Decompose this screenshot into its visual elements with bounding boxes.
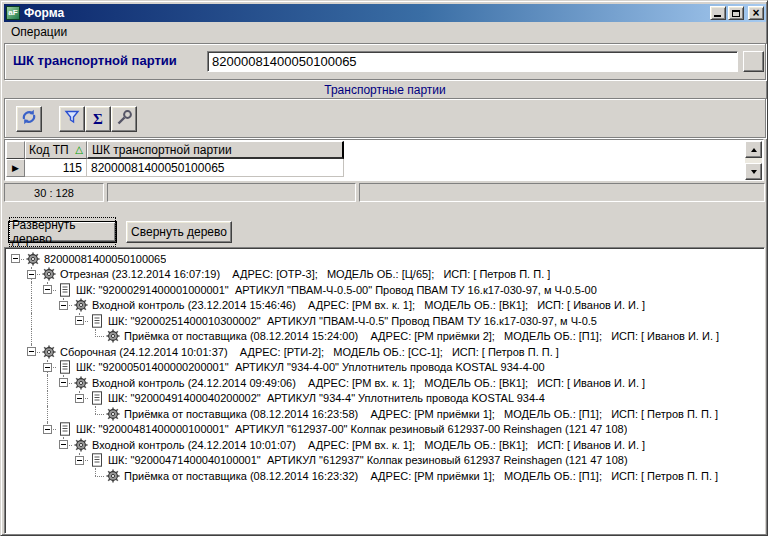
tree-node[interactable]: ШК: "92000501400000200001" АРТИКУЛ "934-…	[8, 360, 764, 376]
barcode-extra-button[interactable]	[743, 51, 764, 72]
tree-expand-box[interactable]	[75, 394, 84, 403]
arrow-down-icon	[751, 170, 757, 174]
tree-indent	[8, 282, 24, 298]
tree-node-label: ШК: "92000481400000100001" АРТИКУЛ "6129…	[74, 423, 627, 435]
tree-expand-box[interactable]	[43, 425, 52, 434]
tree-indent	[56, 313, 72, 329]
expand-tree-button-label: Развернуть дерево	[10, 218, 115, 246]
document-icon	[56, 422, 74, 438]
expand-tree-button[interactable]: Развернуть дерево	[8, 221, 117, 243]
tree-node-label: Входной контроль (23.12.2014 15:46:46) А…	[90, 299, 645, 311]
tree-indent	[8, 313, 24, 329]
tree-node[interactable]: ШК: "92000251400010300002" АРТИКУЛ "ПВАМ…	[8, 313, 764, 329]
parties-tree: 82000081400050100065Отрезная (23.12.2014…	[4, 247, 765, 534]
tree-node[interactable]: Приёмка от поставщика (08.12.2014 16:23:…	[8, 406, 764, 422]
tree-node[interactable]: Отрезная (23.12.2014 16:07:19) АДРЕС: [О…	[8, 267, 764, 283]
titlebar[interactable]: aF Форма ×	[4, 4, 766, 22]
grid-cell-kod[interactable]: 115	[25, 159, 87, 177]
tree-connector	[56, 375, 72, 391]
tree-expand-box[interactable]	[59, 301, 68, 310]
status-record-counter: 30 : 128	[4, 183, 104, 202]
tree-expand-box[interactable]	[75, 316, 84, 325]
tree-node[interactable]: Приёмка от поставщика (08.12.2014 16:23:…	[8, 468, 764, 484]
parties-grid: Код ТП △ ШК транспортной партии ▶ 115 82…	[4, 139, 764, 181]
grid-vertical-scrollbar[interactable]	[745, 141, 762, 180]
minimize-icon	[714, 15, 721, 17]
settings-icon	[116, 109, 133, 130]
tree-indent	[56, 391, 72, 407]
tree-indent	[40, 313, 56, 329]
gear-icon	[104, 468, 122, 484]
tree-connector	[40, 282, 56, 298]
tree-expand-box[interactable]	[59, 440, 68, 449]
tree-node-label: ШК: "92000251400010300002" АРТИКУЛ "ПВАМ…	[106, 315, 597, 327]
document-icon	[56, 360, 74, 376]
tree-connector	[88, 468, 104, 484]
close-button[interactable]: ×	[748, 6, 764, 20]
tree-node[interactable]: 82000081400050100065	[8, 251, 764, 267]
tree-expand-box[interactable]	[75, 456, 84, 465]
grid-header-kod[interactable]: Код ТП △	[25, 141, 87, 159]
tree-indent	[40, 406, 56, 422]
tree-indent	[40, 375, 56, 391]
menu-operations[interactable]: Операции	[4, 23, 74, 41]
tree-node[interactable]: ШК: "92000481400000100001" АРТИКУЛ "6129…	[8, 422, 764, 438]
sum-button[interactable]: Σ	[85, 106, 111, 132]
tree-indent	[24, 329, 40, 345]
collapse-tree-button[interactable]: Свернуть дерево	[126, 221, 232, 243]
tree-indent	[8, 468, 24, 484]
grid-cell-shk[interactable]: 82000081400050100065	[87, 159, 344, 177]
section-title: Транспортные партии	[1, 83, 768, 97]
tree-indent	[56, 406, 72, 422]
tree-expand-box[interactable]	[27, 270, 36, 279]
tree-connector	[72, 453, 88, 469]
tree-indent	[8, 329, 24, 345]
tree-indent	[24, 406, 40, 422]
tree-indent	[8, 298, 24, 314]
grid-header-shk[interactable]: ШК транспортной партии	[87, 141, 344, 159]
tree-node[interactable]: Входной контроль (24.12.2014 09:49:06) А…	[8, 375, 764, 391]
document-icon	[88, 453, 106, 469]
document-icon	[56, 282, 74, 298]
settings-button[interactable]	[111, 106, 137, 132]
tree-node[interactable]: Входной контроль (24.12.2014 10:01:07) А…	[8, 437, 764, 453]
tree-node-label: Входной контроль (24.12.2014 10:01:07) А…	[90, 439, 645, 451]
tree-indent	[72, 468, 88, 484]
tree-node-label: ШК: "92000471400040100001" АРТИКУЛ "6129…	[106, 454, 628, 466]
scroll-down-button[interactable]	[745, 163, 762, 180]
gear-icon	[40, 344, 58, 360]
tree-indent	[24, 437, 40, 453]
tree-expand-box[interactable]	[27, 347, 36, 356]
maximize-icon	[732, 10, 740, 17]
filter-button[interactable]	[59, 106, 85, 132]
tree-node[interactable]: ШК: "92000491400040200002" АРТИКУЛ "934-…	[8, 391, 764, 407]
scroll-up-button[interactable]	[745, 141, 762, 158]
maximize-button[interactable]	[728, 6, 744, 20]
tree-node-label: 82000081400050100065	[42, 253, 166, 265]
tree-expand-box[interactable]	[43, 363, 52, 372]
tree-indent	[8, 453, 24, 469]
tree-node[interactable]: Приёмка от поставщика (08.12.2014 15:24:…	[8, 329, 764, 345]
tree-expand-box[interactable]	[11, 254, 20, 263]
tree-indent	[56, 329, 72, 345]
tree-expand-box[interactable]	[59, 378, 68, 387]
tree-node[interactable]: Входной контроль (23.12.2014 15:46:46) А…	[8, 298, 764, 314]
refresh-button[interactable]	[16, 106, 42, 132]
tree-indent	[24, 375, 40, 391]
tree-indent	[72, 329, 88, 345]
minimize-button[interactable]	[710, 6, 726, 20]
tree-node[interactable]: ШК: "92000471400040100001" АРТИКУЛ "6129…	[8, 453, 764, 469]
tree-connector	[24, 267, 40, 283]
gear-icon	[104, 406, 122, 422]
grid-header-marker	[6, 141, 25, 159]
gear-icon	[72, 437, 90, 453]
tree-expand-box[interactable]	[43, 285, 52, 294]
tree-indent	[24, 422, 40, 438]
window-title: Форма	[24, 6, 708, 20]
grid-header-shk-label: ШК транспортной партии	[92, 143, 232, 157]
barcode-input[interactable]	[207, 51, 738, 72]
tree-node[interactable]: ШК: "92000291400001000001" АРТИКУЛ "ПВАМ…	[8, 282, 764, 298]
collapse-tree-button-label: Свернуть дерево	[131, 225, 227, 239]
tree-indent	[8, 375, 24, 391]
tree-node[interactable]: Сборочная (24.12.2014 10:01:37) АДРЕС: […	[8, 344, 764, 360]
